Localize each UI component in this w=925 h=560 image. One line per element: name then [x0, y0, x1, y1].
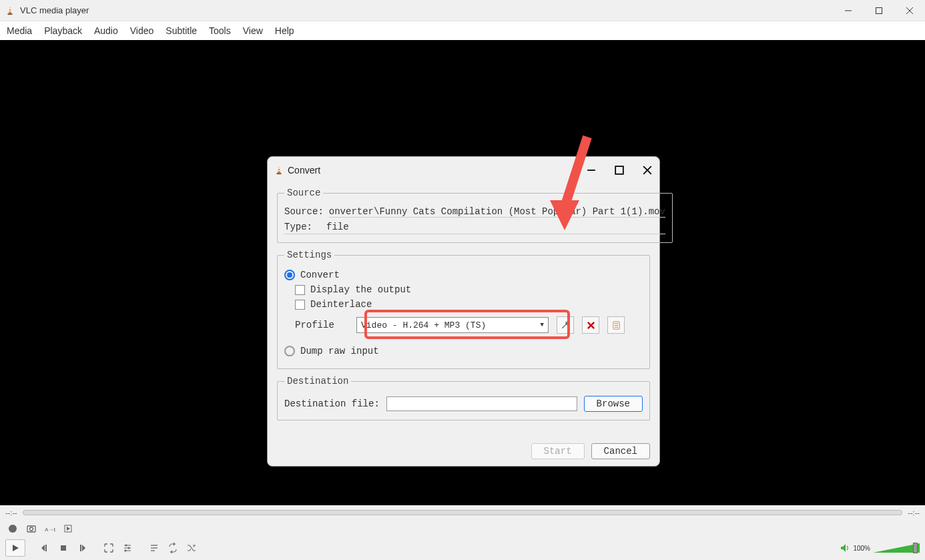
checkbox-icon — [295, 285, 305, 295]
volume-slider[interactable] — [873, 543, 920, 553]
svg-rect-32 — [45, 545, 47, 551]
menu-video[interactable]: Video — [130, 25, 154, 36]
close-button[interactable] — [894, 0, 925, 21]
convert-radio[interactable]: Convert — [284, 270, 643, 280]
profile-selected-value: Video - H.264 + MP3 (TS) — [361, 320, 486, 330]
menu-help[interactable]: Help — [275, 25, 294, 36]
destination-legend: Destination — [284, 376, 351, 386]
svg-point-40 — [128, 547, 130, 549]
svg-marker-34 — [82, 545, 85, 551]
wrench-icon — [561, 320, 571, 330]
svg-marker-31 — [41, 545, 45, 551]
checkbox-icon — [295, 300, 305, 310]
play-button[interactable] — [5, 539, 25, 557]
settings-legend: Settings — [284, 250, 334, 260]
atob-loop-button[interactable]: A→B — [43, 521, 57, 536]
player-controls: A→B 100% — [0, 519, 925, 560]
destination-fieldset: Destination Destination file: Browse — [277, 376, 650, 421]
elapsed-time[interactable]: --:-- — [5, 509, 17, 517]
dialog-close-button[interactable] — [642, 165, 653, 176]
new-icon — [611, 320, 621, 330]
svg-marker-30 — [13, 545, 19, 551]
destination-file-input[interactable] — [386, 396, 577, 411]
remaining-time[interactable]: --:-- — [908, 509, 920, 517]
svg-rect-3 — [9, 11, 11, 11]
type-value: file — [326, 222, 349, 232]
radio-icon — [284, 346, 295, 356]
skip-forward-button[interactable] — [75, 541, 89, 555]
shuffle-button[interactable] — [184, 541, 199, 555]
main-titlebar: VLC media player — [0, 0, 925, 21]
menubar: Media Playback Audio Video Subtitle Tool… — [0, 21, 925, 40]
delete-profile-button[interactable] — [582, 316, 599, 334]
type-label: Type: — [284, 222, 321, 232]
video-area: Convert Source Source: onverter\Funny Ca… — [0, 40, 925, 505]
svg-point-26 — [30, 527, 33, 531]
volume-percent: 100% — [853, 545, 870, 552]
svg-point-24 — [9, 525, 17, 533]
start-button[interactable]: Start — [531, 443, 585, 459]
dialog-maximize-button[interactable] — [614, 165, 625, 176]
x-icon — [586, 320, 596, 330]
seekbar: --:-- --:-- — [0, 505, 925, 519]
svg-rect-11 — [278, 170, 280, 171]
menu-audio[interactable]: Audio — [94, 25, 118, 36]
loop-button[interactable] — [166, 541, 180, 555]
edit-profile-button[interactable] — [557, 316, 574, 334]
svg-rect-13 — [615, 166, 623, 174]
svg-marker-45 — [841, 544, 846, 552]
display-output-checkbox[interactable]: Display the output — [295, 284, 643, 295]
svg-rect-2 — [9, 8, 11, 9]
skip-back-button[interactable] — [37, 541, 52, 555]
profile-select[interactable]: Video - H.264 + MP3 (TS) ▼ — [356, 317, 549, 333]
vlc-cone-icon — [5, 6, 15, 15]
svg-text:A→B: A→B — [45, 527, 55, 533]
dialog-title: Convert — [288, 165, 320, 176]
stop-button[interactable] — [56, 541, 71, 555]
dialog-titlebar: Convert — [268, 157, 659, 184]
svg-point-41 — [125, 550, 127, 552]
speaker-icon[interactable] — [840, 543, 850, 553]
dialog-minimize-button[interactable] — [586, 165, 597, 176]
menu-subtitle[interactable]: Subtitle — [166, 25, 197, 36]
svg-rect-1 — [8, 13, 13, 15]
source-legend: Source — [284, 188, 323, 198]
new-profile-button[interactable] — [607, 316, 625, 334]
deinterlace-label: Deinterlace — [310, 299, 372, 310]
source-label: Source: — [284, 206, 324, 217]
svg-rect-10 — [278, 168, 280, 169]
playlist-button[interactable] — [147, 541, 162, 555]
source-path-field[interactable]: onverter\Funny Cats Compilation (Most Po… — [329, 206, 665, 218]
svg-rect-33 — [61, 545, 66, 551]
menu-playback[interactable]: Playback — [44, 25, 82, 36]
snapshot-button[interactable] — [24, 521, 39, 536]
frame-step-button[interactable] — [61, 521, 76, 536]
fullscreen-button[interactable] — [101, 541, 116, 555]
vlc-cone-icon — [274, 166, 284, 175]
seek-slider[interactable] — [23, 510, 903, 515]
menu-media[interactable]: Media — [7, 25, 32, 36]
svg-rect-5 — [876, 7, 882, 13]
record-button[interactable] — [5, 521, 20, 536]
menu-tools[interactable]: Tools — [209, 25, 231, 36]
maximize-button[interactable] — [864, 0, 894, 21]
source-fieldset: Source Source: onverter\Funny Cats Compi… — [277, 188, 673, 243]
profile-label: Profile — [295, 320, 348, 330]
svg-point-39 — [125, 545, 127, 547]
dump-raw-label: Dump raw input — [300, 346, 379, 356]
menu-view[interactable]: View — [243, 25, 263, 36]
dump-raw-radio[interactable]: Dump raw input — [284, 346, 643, 356]
settings-fieldset: Settings Convert Display the output Dein… — [277, 250, 650, 369]
extended-settings-button[interactable] — [120, 541, 135, 555]
radio-icon — [284, 270, 295, 280]
main-window-title: VLC media player — [20, 5, 89, 15]
cancel-button[interactable]: Cancel — [591, 443, 650, 459]
browse-button[interactable]: Browse — [584, 396, 643, 412]
svg-rect-25 — [27, 526, 35, 532]
minimize-button[interactable] — [833, 0, 864, 21]
deinterlace-checkbox[interactable]: Deinterlace — [295, 299, 643, 310]
chevron-down-icon: ▼ — [541, 322, 544, 328]
svg-marker-0 — [8, 6, 11, 13]
destination-file-label: Destination file: — [284, 398, 380, 409]
convert-radio-label: Convert — [300, 270, 340, 280]
